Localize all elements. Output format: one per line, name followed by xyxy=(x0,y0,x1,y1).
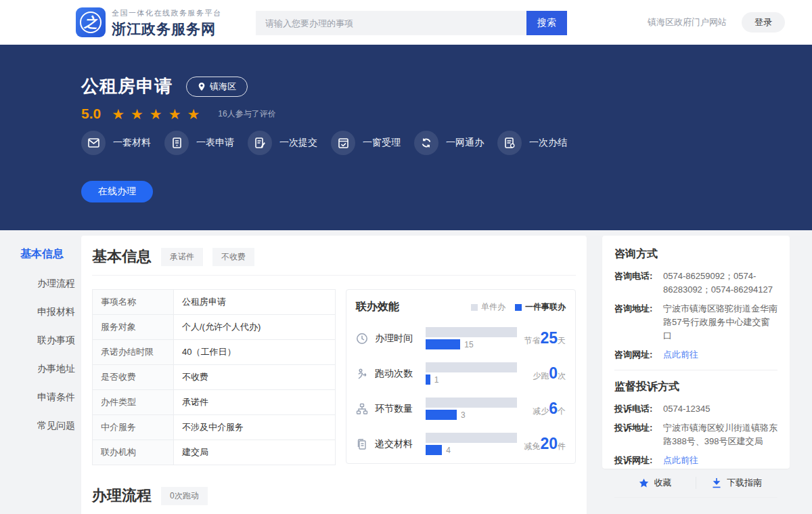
chart-legend: 单件办 一件事联办 xyxy=(471,301,566,313)
envelope-icon xyxy=(81,131,106,155)
cycle-arrows-icon xyxy=(414,131,438,155)
consult-web-row: 咨询网址: 点此前往 xyxy=(614,348,777,362)
document-stamp-icon xyxy=(497,131,522,155)
bar-group: 15 xyxy=(426,327,517,349)
feature-label: 一次办结 xyxy=(529,137,567,149)
header-right: 镇海区政府门户网站 登录 xyxy=(648,0,785,45)
consult-web-link[interactable]: 点此前往 xyxy=(663,348,698,362)
legend-swatch-single xyxy=(471,304,478,311)
header: 之 全国一体化在线政务服务平台 浙江政务服务网 搜索 镇海区政府门户网站 登录 xyxy=(0,0,812,46)
hero-banner: 公租房申请 镇海区 5.0 ★★★★★ 16人参与了评价 一套材料 xyxy=(0,46,812,230)
consult-title: 咨询方式 xyxy=(614,247,777,261)
table-row: 办件类型承诺件 xyxy=(93,390,336,415)
consult-phone-row: 咨询电话: 0574-86259092；0574-86283092；0574-8… xyxy=(614,270,777,297)
nav-item-process[interactable]: 办理流程 xyxy=(37,278,81,290)
table-row: 事项名称公租房申请 xyxy=(93,290,336,315)
card-actions: 收藏 下载指南 xyxy=(614,477,777,489)
nav-item-basic-info[interactable]: 基本信息 xyxy=(20,247,81,261)
bar-group: 1 xyxy=(426,362,517,385)
metric-row-time: 办理时间 15 节省25天 xyxy=(356,327,566,349)
benefit-text: 少跑0次 xyxy=(533,364,566,383)
divider xyxy=(92,275,576,276)
download-guide-button[interactable]: 下载指南 xyxy=(696,477,777,489)
feature-label: 一窗受理 xyxy=(363,137,401,149)
content-area: 基本信息 办理流程 申报材料 联办事项 办事地址 申请条件 常见问题 基本信息 … xyxy=(0,230,812,514)
benefit-text: 节省25天 xyxy=(524,329,566,347)
form-icon xyxy=(164,131,189,155)
nav-item-joint-items[interactable]: 联办事项 xyxy=(37,335,81,347)
search-bar: 搜索 xyxy=(256,11,567,35)
nav-item-address[interactable]: 办事地址 xyxy=(37,363,81,375)
feature-item: 一次提交 xyxy=(248,131,317,155)
portal-link[interactable]: 镇海区政府门户网站 xyxy=(648,16,727,28)
efficiency-chart: 联办效能 单件办 一件事联办 办理时间 15 xyxy=(346,289,576,464)
nav-item-conditions[interactable]: 申请条件 xyxy=(37,391,81,404)
district-badge[interactable]: 镇海区 xyxy=(186,77,248,97)
favorite-button[interactable]: 收藏 xyxy=(614,477,696,489)
metric-row-steps: 环节数量 3 减少6个 xyxy=(356,398,566,420)
table-row: 是否收费不收费 xyxy=(93,365,336,390)
star-icon xyxy=(639,478,649,488)
rating-stars: ★★★★★ xyxy=(112,107,206,121)
document-edit-icon xyxy=(248,131,272,155)
basic-info-title: 基本信息 xyxy=(92,247,152,267)
nodes-icon xyxy=(356,403,369,415)
site-name: 浙江政务服务网 xyxy=(112,20,222,39)
feature-item: 一表申请 xyxy=(164,131,234,155)
feature-label: 一套材料 xyxy=(113,137,151,149)
brand-block: 全国一体化在线政务服务平台 浙江政务服务网 xyxy=(112,8,222,39)
complaint-address-row: 投诉地址: 宁波市镇海区蛟川街道镇骆东路388号、398号区建交局 xyxy=(614,421,777,448)
online-apply-button[interactable]: 在线办理 xyxy=(81,181,153,202)
clock-icon xyxy=(356,333,369,345)
nav-item-faq[interactable]: 常见问题 xyxy=(37,420,81,432)
district-badge-label: 镇海区 xyxy=(210,81,236,93)
complaint-phone-row: 投诉电话: 0574-12345 xyxy=(614,402,777,416)
platform-tagline: 全国一体化在线政务服务平台 xyxy=(112,8,222,18)
table-row: 服务对象个人/(允许个人代办) xyxy=(93,315,336,340)
feature-list: 一套材料 一表申请 一次提交 一窗受理 xyxy=(81,131,567,155)
login-button[interactable]: 登录 xyxy=(742,12,785,33)
page-title: 公租房申请 xyxy=(81,74,173,98)
table-row: 承诺办结时限40（工作日） xyxy=(93,340,336,365)
section-nav: 基本信息 办理流程 申报材料 联办事项 办事地址 申请条件 常见问题 xyxy=(20,247,81,448)
benefit-text: 减少6个 xyxy=(533,400,566,418)
complaint-web-link[interactable]: 点此前往 xyxy=(663,454,698,467)
search-input[interactable] xyxy=(256,11,526,35)
contact-card: 咨询方式 咨询电话: 0574-86259092；0574-86283092；0… xyxy=(602,236,790,469)
window-check-icon xyxy=(331,131,355,155)
rating-score: 5.0 xyxy=(81,106,101,122)
process-badge: 0次跑动 xyxy=(161,487,208,505)
feature-item: 一次办结 xyxy=(497,131,567,155)
chart-title: 联办效能 xyxy=(356,300,399,314)
site-logo[interactable]: 之 xyxy=(76,7,106,37)
table-row: 中介服务不涉及中介服务 xyxy=(93,415,336,440)
bar-group: 3 xyxy=(426,398,517,420)
logo-swirl-icon: 之 xyxy=(80,12,102,33)
basic-info-card: 基本信息 承诺件 不收费 事项名称公租房申请 服务对象个人/(允许个人代办) 承… xyxy=(81,236,587,514)
metric-row-trips: 跑动次数 1 少跑0次 xyxy=(356,362,566,385)
feature-label: 一表申请 xyxy=(196,137,234,149)
legend-label-joint: 一件事联办 xyxy=(525,301,566,313)
location-pin-icon xyxy=(198,82,206,91)
nav-item-materials[interactable]: 申报材料 xyxy=(37,306,81,318)
divider xyxy=(614,497,777,498)
download-icon xyxy=(712,478,721,488)
rating-count: 16人参与了评价 xyxy=(218,108,275,120)
rating-row: 5.0 ★★★★★ 16人参与了评价 xyxy=(81,106,276,122)
documents-icon xyxy=(356,438,369,450)
run-icon xyxy=(356,368,369,380)
consult-address-row: 咨询地址: 宁波市镇海区骆驼街道金华南路57号行政服务中心建交窗口 xyxy=(614,302,777,343)
search-button[interactable]: 搜索 xyxy=(526,11,567,35)
divider xyxy=(614,370,777,370)
feature-item: 一网通办 xyxy=(414,131,484,155)
fee-badge: 不收费 xyxy=(212,248,254,266)
complaint-web-row: 投诉网址: 点此前往 xyxy=(614,454,777,467)
feature-item: 一套材料 xyxy=(81,131,151,155)
page: 之 全国一体化在线政务服务平台 浙江政务服务网 搜索 镇海区政府门户网站 登录 … xyxy=(0,0,812,514)
feature-label: 一网通办 xyxy=(446,137,484,149)
feature-label: 一次提交 xyxy=(279,137,317,149)
legend-label-single: 单件办 xyxy=(481,301,505,313)
metric-row-materials: 递交材料 4 减免20件 xyxy=(356,433,566,455)
complaint-title: 监督投诉方式 xyxy=(614,380,777,394)
feature-item: 一窗受理 xyxy=(331,131,401,155)
